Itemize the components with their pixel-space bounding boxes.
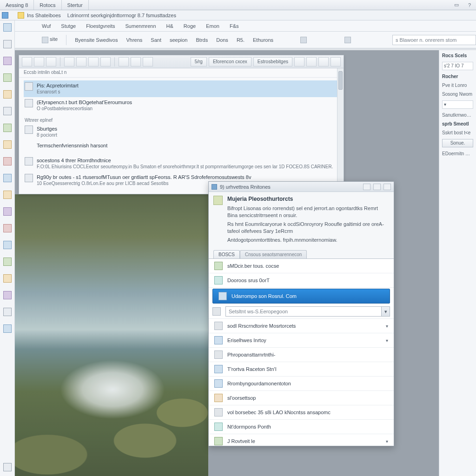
toolbar-button[interactable]: [64, 57, 74, 66]
rail-icon-6[interactable]: [3, 107, 12, 115]
ribbon-item-0[interactable]: site: [42, 36, 58, 43]
close-icon[interactable]: [383, 184, 391, 190]
toolbar-button[interactable]: [306, 57, 317, 66]
toolbar-button[interactable]: [131, 57, 141, 66]
toolbar-button[interactable]: [294, 57, 304, 66]
doc-scrollbar[interactable]: [337, 68, 344, 194]
rail-icon-14[interactable]: [3, 241, 12, 249]
rail-icon-12[interactable]: [3, 207, 12, 216]
rail-icon-19[interactable]: [3, 324, 12, 333]
rail-icon-8[interactable]: [3, 140, 12, 149]
toolbar-button[interactable]: [318, 57, 329, 66]
toolbar-button[interactable]: [119, 57, 129, 66]
popup-row[interactable]: Setsltnt ws-S.Eeropegoon▾: [209, 304, 394, 319]
rail-icon-13[interactable]: [3, 224, 12, 232]
ribbon-item-8[interactable]: Ethurons: [253, 37, 273, 43]
rail-icon-2[interactable]: [3, 40, 12, 48]
rail-icon-10[interactable]: [3, 174, 12, 182]
popup-row[interactable]: sMDcir.ber tous. cocse: [209, 259, 394, 273]
rail-icon-7[interactable]: [3, 124, 12, 132]
rail-icon-17[interactable]: [3, 291, 12, 299]
rightpanel-value-1[interactable]: s'2 7 IO 7: [442, 62, 473, 70]
row-input[interactable]: Setsltnt ws-S.Eeropegoon▾: [225, 306, 390, 317]
toolbar-segment-1[interactable]: Eforencon cxcex: [209, 57, 251, 66]
popup-row[interactable]: Eriselhwes Inrtoy▾: [209, 333, 394, 348]
toolbar-button[interactable]: [34, 57, 44, 66]
menu-item-0[interactable]: Wuf: [42, 23, 51, 29]
rail-icon-3[interactable]: [3, 57, 12, 65]
maximize-icon[interactable]: [373, 184, 381, 190]
chevron-down-icon[interactable]: ▾: [386, 324, 388, 329]
toolbar-segment-0[interactable]: 5/rg: [191, 57, 207, 66]
menu-item-4[interactable]: H&: [166, 23, 173, 29]
titlebar-tab-2[interactable]: Stertur: [62, 0, 89, 10]
popup-titlebar[interactable]: 9) urhvettrea Rnitones: [209, 182, 394, 192]
page-icon: [25, 82, 33, 91]
menu-item-6[interactable]: Emon: [206, 23, 219, 29]
rail-icon-bottom[interactable]: [3, 463, 12, 471]
toolbar-button[interactable]: [143, 57, 153, 66]
ribbon-item-7[interactable]: R5.: [237, 37, 245, 43]
popup-row[interactable]: J Rovtveit le▾: [209, 434, 394, 446]
toolbar-button[interactable]: [46, 57, 56, 66]
menu-item-2[interactable]: Floestgvreits: [86, 23, 115, 29]
list-item[interactable]: Pis: Acpretorimtart Esnarosrt s: [24, 80, 339, 97]
list-item[interactable]: Termschenfvriensnnish harsont: [24, 140, 339, 151]
toolbar-button[interactable]: [88, 57, 99, 66]
rightpanel-field-2[interactable]: ▾: [442, 100, 473, 109]
toolbar-segment-2[interactable]: Estrosbebitges: [253, 57, 292, 66]
popup-row[interactable]: Rrombyngourdamonentoton: [209, 377, 394, 391]
chevron-down-icon[interactable]: ▾: [386, 439, 388, 444]
chevron-down-icon[interactable]: ▾: [381, 307, 390, 316]
list-item[interactable]: (Efyrapencn.t burt BOgetehat'Eeroumuros …: [24, 97, 339, 114]
ribbon-item-5[interactable]: Btrds: [196, 37, 208, 43]
list-item-title: Termschenfvriensnnish harsont: [37, 142, 107, 149]
rail-icon-16[interactable]: [3, 274, 12, 283]
popup-row[interactable]: Udarrompo son Rosrul. Com: [212, 289, 390, 304]
toolbar-button[interactable]: [22, 57, 32, 66]
square-icon[interactable]: [300, 37, 307, 43]
titlebar-tab-1[interactable]: Rotocs: [34, 0, 61, 10]
rail-icon-11[interactable]: [3, 191, 12, 199]
row-label: Udarrompo son Rosrul. Com: [231, 293, 297, 299]
menu-item-7[interactable]: F&s: [230, 23, 239, 29]
ribbon-item-6[interactable]: Dons: [216, 37, 228, 43]
rail-icon-1[interactable]: [3, 23, 12, 32]
chevron-down-icon[interactable]: ▾: [386, 338, 388, 343]
minimize-icon[interactable]: [363, 184, 370, 190]
list-item[interactable]: socestons 4 threr Rtorrdhndtnice F.O:0L …: [24, 155, 339, 172]
square-icon[interactable]: [344, 37, 351, 43]
rail-icon-9[interactable]: [3, 157, 12, 165]
rail-icon-5[interactable]: [3, 90, 12, 99]
menu-item-3[interactable]: Sumenmrenn: [126, 23, 156, 29]
toolbar-button[interactable]: [100, 57, 111, 66]
popup-row[interactable]: Phropoansttarnrtnthi-: [209, 348, 394, 362]
ribbon-item-4[interactable]: seepion: [170, 37, 188, 43]
popup-tab-1[interactable]: Cnsous seaotsrnarennecon: [240, 250, 307, 258]
rail-icon-18[interactable]: [3, 308, 12, 316]
ribbon-item-2[interactable]: Vhrens: [126, 37, 142, 43]
rightpanel-button[interactable]: Sonue.: [442, 139, 473, 147]
rail-icon-4[interactable]: [3, 73, 12, 82]
menu-item-5[interactable]: Roge: [184, 23, 196, 29]
menu-item-1[interactable]: Stutge: [61, 23, 76, 29]
ribbon-item-1[interactable]: Byensite Swedivos: [75, 37, 118, 43]
popup-row[interactable]: Nt'dormpons Ponth: [209, 420, 394, 434]
minimize-icon[interactable]: ▭: [450, 0, 463, 10]
popup-row[interactable]: vol borsebec 35 s8i LAO kNocntss ansapom…: [209, 405, 394, 420]
toolbar-button[interactable]: [76, 57, 86, 66]
scrollbar-thumb[interactable]: [338, 71, 343, 90]
popup-row[interactable]: T'rortva Raceton Stn'I: [209, 362, 394, 377]
popup-row[interactable]: Dooroos srus 0orT: [209, 273, 394, 288]
help-icon[interactable]: ?: [463, 0, 476, 10]
rail-icon-15[interactable]: [3, 258, 12, 266]
popup-tab-0[interactable]: BOSCS: [213, 250, 240, 258]
toolbar-button[interactable]: [331, 57, 341, 66]
titlebar-tab-0[interactable]: Aessing 8: [0, 0, 34, 10]
popup-row[interactable]: sl'oorsettsop: [209, 391, 394, 405]
row-label: Nt'dormpons Ponth: [227, 424, 271, 430]
list-item[interactable]: Sburtges 8 pocionrt: [24, 124, 339, 140]
ribbon-item-3[interactable]: Sant: [151, 37, 161, 43]
search-input[interactable]: s Blawoer n. onrerem stom: [392, 35, 476, 45]
popup-row[interactable]: sodl Rrscrndtorire Mosrtorcets▾: [209, 319, 394, 333]
